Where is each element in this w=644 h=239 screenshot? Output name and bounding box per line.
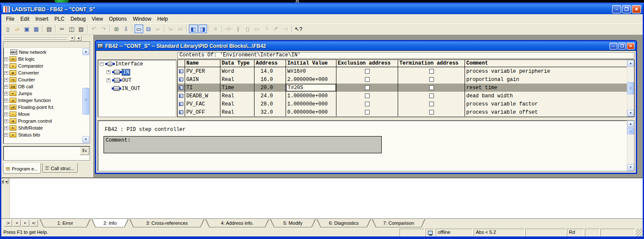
expand-plus-icon[interactable]: +	[4, 99, 8, 102]
tree-item-counter[interactable]: ++1Counter	[4, 76, 82, 83]
expand-plus-icon[interactable]: +	[4, 78, 8, 82]
output-tab-1[interactable]: 1: Error	[40, 219, 91, 227]
expand-plus-icon[interactable]: +	[4, 92, 8, 96]
exclusion-checkbox[interactable]	[365, 93, 370, 98]
paste-icon[interactable]: ▧	[77, 25, 85, 33]
exclusion-checkbox[interactable]	[365, 69, 370, 74]
view-detail-icon[interactable]: ◨	[198, 25, 207, 33]
table-scrollbar[interactable]: ▲ ▼	[627, 60, 634, 117]
tree-item-status-bits[interactable]: +≠Status bits	[4, 131, 82, 138]
tree-item-floating-point-fct-[interactable]: +±RFloating-point fct.	[4, 104, 82, 111]
scroll-thumb[interactable]	[627, 82, 634, 94]
exclusion-checkbox[interactable]	[365, 102, 370, 106]
tab-scroll-last-icon[interactable]: ▸|	[30, 220, 38, 227]
open-online-icon[interactable]: ▣	[22, 25, 31, 33]
instruction-tree-scrollbar[interactable]: ▲ ▼	[82, 48, 89, 143]
contact-no-icon[interactable]: ⊣⊢	[224, 25, 233, 33]
print-icon[interactable]: ▤	[45, 25, 53, 33]
tree-item-converter[interactable]: +⇄Converter	[4, 69, 82, 76]
table-row-pv_per[interactable]: PV_PERWord14.0W#16#0process variable per…	[178, 67, 627, 75]
expand-plus-icon[interactable]: +	[4, 126, 8, 130]
redo-icon[interactable]: ↷	[99, 25, 108, 33]
menu-help[interactable]: Help	[154, 15, 171, 23]
download-icon[interactable]: ⇩	[122, 25, 130, 33]
maximize-button[interactable]: ❐	[622, 5, 631, 13]
prev-error-icon[interactable]: !«	[166, 25, 175, 33]
table-row-deadb_w[interactable]: DEADB_WReal24.01.000000e+000dead band wi…	[178, 92, 627, 100]
next-error-icon[interactable]: »!	[176, 25, 185, 33]
save-icon[interactable]: ▦	[32, 25, 41, 33]
view-overview-icon[interactable]: ◧	[189, 25, 198, 33]
contact-nc-icon[interactable]: ∦	[234, 25, 242, 33]
tree-item-shift-rotate[interactable]: +↻Shift/Rotate	[4, 124, 82, 131]
scroll-thumb[interactable]	[82, 88, 89, 115]
dock-grip[interactable]	[4, 36, 67, 37]
monitor-icon[interactable]: ▭	[135, 25, 143, 33]
scroll-thumb[interactable]	[627, 128, 634, 134]
editor-maximize-button[interactable]: ❐	[618, 43, 626, 50]
tree-item-new-network[interactable]: HKONew network	[4, 49, 82, 56]
tab-scroll-next-icon[interactable]: ▸	[21, 220, 29, 227]
glasses-icon[interactable]: ∞	[154, 25, 162, 33]
menu-options[interactable]: Options	[106, 15, 130, 23]
initial-value-cell[interactable]: 1.000000e+000	[286, 100, 336, 108]
help-cursor-icon[interactable]: ↖?	[294, 25, 303, 33]
block-comment-box[interactable]: Comment:	[104, 136, 382, 153]
expand-plus-icon[interactable]: +	[4, 106, 8, 109]
dock-header[interactable]: ▾ x	[1, 35, 93, 40]
tree-item-move[interactable]: +~Move	[4, 111, 82, 118]
expand-plus-icon[interactable]: +	[4, 133, 8, 137]
menu-debug[interactable]: Debug	[67, 15, 88, 23]
output-expand-icon[interactable]: ▸	[6, 179, 8, 184]
output-tab-4[interactable]: 4: Address info.	[205, 219, 269, 227]
scroll-down-icon[interactable]: ▼	[82, 136, 89, 143]
termination-checkbox[interactable]	[429, 102, 434, 106]
expand-plus-icon[interactable]: +	[107, 78, 110, 82]
scroll-up-icon[interactable]: ▲	[627, 60, 634, 67]
exclusion-checkbox[interactable]	[365, 110, 370, 115]
interface-root-node[interactable]: −Interface	[98, 60, 176, 68]
menu-window[interactable]: Window	[130, 15, 154, 23]
termination-checkbox[interactable]	[429, 110, 434, 115]
menu-view[interactable]: View	[89, 15, 106, 23]
output-tab-3[interactable]: 3: Cross-references	[129, 219, 204, 227]
tree-item-integer-function[interactable]: +±IInteger function	[4, 97, 82, 104]
tree-item-jumps[interactable]: +↵Jumps	[4, 90, 82, 97]
overview-toggle-button[interactable]: Ŧ<	[80, 147, 89, 155]
coil-icon[interactable]: ()	[243, 25, 252, 33]
close-branch-icon[interactable]: ⊣	[281, 25, 290, 33]
output-tab-7[interactable]: 7: Comparison	[372, 219, 425, 227]
tree-item-program-control[interactable]: +⇉Program control	[4, 118, 82, 124]
termination-checkbox[interactable]	[429, 93, 434, 98]
scroll-up-icon[interactable]: ▲	[627, 121, 634, 127]
expand-plus-icon[interactable]: +	[4, 112, 8, 116]
table-row-ti[interactable]: TITime20.0T#20Sreset time	[178, 84, 627, 92]
interface-node-in_out[interactable]: IN_OUT	[98, 84, 176, 93]
table-row-pv_fac[interactable]: PV_FACReal28.01.000000e+000process varia…	[178, 100, 627, 108]
plc-connection-icon[interactable]: ⊟	[144, 25, 153, 33]
new-network-icon[interactable]: #	[211, 25, 220, 33]
scroll-down-icon[interactable]: ▼	[627, 164, 634, 171]
expand-plus-icon[interactable]: +	[4, 85, 8, 89]
output-tab-2[interactable]: 2: Info	[91, 219, 129, 227]
termination-checkbox[interactable]	[429, 85, 434, 90]
exclusion-checkbox[interactable]	[365, 77, 370, 82]
initial-value-cell[interactable]: W#16#0	[286, 67, 336, 75]
dock-grip[interactable]	[4, 38, 67, 40]
cut-icon[interactable]: ✂	[58, 25, 66, 33]
editor-close-button[interactable]: ✕	[627, 43, 635, 50]
tab-scroll-first-icon[interactable]: |◂	[4, 220, 12, 227]
termination-checkbox[interactable]	[429, 77, 434, 82]
open-branch-icon[interactable]: └	[262, 25, 271, 33]
open-icon[interactable]: ▱	[13, 25, 22, 33]
editor-minimize-button[interactable]: –	[609, 43, 617, 50]
menu-plc[interactable]: PLC	[51, 15, 67, 23]
scroll-down-icon[interactable]: ▼	[627, 110, 634, 117]
expand-plus-icon[interactable]: +	[107, 70, 110, 74]
exclusion-checkbox[interactable]	[365, 85, 370, 90]
menu-insert[interactable]: Insert	[32, 15, 51, 23]
tree-item-comparator[interactable]: +<Comparator	[4, 62, 82, 69]
expand-plus-icon[interactable]: +	[4, 71, 8, 75]
dock-dropdown-icon[interactable]: ▾	[69, 36, 75, 41]
initial-value-cell[interactable]: 1.000000e+000	[286, 92, 336, 100]
